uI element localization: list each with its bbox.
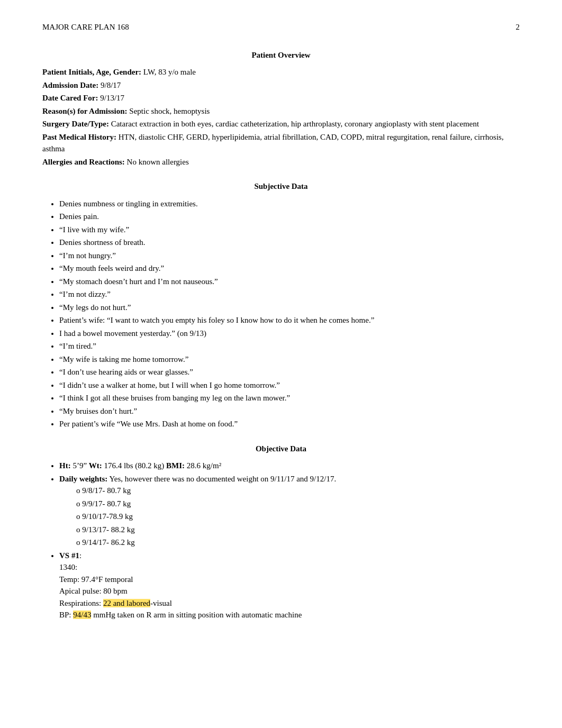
list-item: 9/8/17- 80.7 kg (76, 485, 520, 497)
list-item: Patient’s wife: “I want to watch you emp… (59, 314, 520, 326)
admission-date-value: 9/8/17 (101, 81, 121, 89)
admission-date-label: Admission Date: (42, 81, 98, 89)
list-item: “I’m tired.” (59, 340, 520, 352)
vs-temp-value: 97.4°F temporal (81, 575, 133, 584)
list-item: “I’m not hungry.” (59, 250, 520, 262)
vs-resp-label: Respirations: (59, 599, 103, 607)
vs-bp-suffix: mmHg taken on R arm in sitting position … (91, 611, 302, 619)
date-cared-label: Date Cared For: (42, 94, 98, 102)
list-item: 9/13/17- 88.2 kg (76, 524, 520, 536)
surgery-label: Surgery Date/Type: (42, 120, 109, 128)
ht-value: 5’9” (72, 461, 88, 470)
wt-label: Wt: (89, 461, 102, 470)
allergies-value: No known allergies (127, 158, 189, 166)
vs-time: 1340: (59, 563, 77, 571)
pmh-label: Past Medical History: (42, 133, 116, 141)
vs-resp-highlighted: 22 and labored (103, 599, 150, 607)
page-number: 2 (516, 21, 520, 33)
list-item: Per patient’s wife “We use Mrs. Dash at … (59, 418, 520, 430)
list-item: Denies shortness of breath. (59, 236, 520, 249)
list-item: “My stomach doesn’t hurt and I’m not nau… (59, 276, 520, 288)
list-item: “I don’t use hearing aids or wear glasse… (59, 366, 520, 378)
objective-data-title: Objective Data (42, 443, 520, 455)
surgery-value: Cataract extraction in both eyes, cardia… (111, 120, 479, 128)
bmi-value: 28.6 kg/m² (187, 461, 221, 470)
list-item: 9/9/17- 80.7 kg (76, 498, 520, 510)
bmi-label: BMI: (166, 461, 185, 470)
date-cared-line: Date Cared For: 9/13/17 (42, 92, 520, 104)
vs-bp-highlighted: 94/43 (73, 611, 91, 619)
subjective-data-list: Denies numbness or tingling in extremiti… (59, 198, 520, 430)
list-item: “My legs do not hurt.” (59, 302, 520, 314)
patient-info-block: Patient Initials, Age, Gender: LW, 83 y/… (42, 66, 520, 168)
vs-resp-suffix: -visual (150, 599, 172, 607)
reason-admission-value: Septic shock, hemoptysis (129, 107, 210, 115)
surgery-line: Surgery Date/Type: Cataract extraction i… (42, 118, 520, 130)
vs-pulse-value: 80 bpm (103, 587, 127, 595)
wt-value: 176.4 lbs (80.2 kg) (104, 461, 167, 470)
list-item: “My wife is taking me home tomorrow.” (59, 353, 520, 366)
list-item: “My bruises don’t hurt.” (59, 405, 520, 417)
document-title: MAJOR CARE PLAN 168 (42, 21, 129, 33)
patient-overview-title: Patient Overview (42, 49, 520, 61)
objective-data-list: Ht: 5’9” Wt: 176.4 lbs (80.2 kg) BMI: 28… (59, 460, 520, 621)
list-item: Denies numbness or tingling in extremiti… (59, 198, 520, 210)
vs-temp-label: Temp: (59, 575, 81, 584)
patient-initials-label: Patient Initials, Age, Gender: (42, 68, 141, 76)
ht-wt-item: Ht: 5’9” Wt: 176.4 lbs (80.2 kg) BMI: 28… (59, 460, 520, 472)
list-item: I had a bowel movement yesterday.” (on 9… (59, 327, 520, 340)
list-item: “I think I got all these bruises from ba… (59, 392, 520, 404)
vs-label: VS #1 (59, 551, 79, 560)
list-item: “I live with my wife.” (59, 224, 520, 236)
daily-weights-item: Daily weights: Yes, however there was no… (59, 473, 520, 549)
vs-pulse-label: Apical pulse: (59, 587, 103, 595)
list-item: 9/10/17-78.9 kg (76, 511, 520, 523)
allergies-label: Allergies and Reactions: (42, 158, 125, 166)
ht-label: Ht: (59, 461, 71, 470)
daily-weights-note: Yes, however there was no documented wei… (109, 475, 336, 483)
list-item: “I didn’t use a walker at home, but I wi… (59, 379, 520, 392)
vs-item: VS #1: 1340: Temp: 97.4°F temporal Apica… (59, 550, 520, 621)
list-item: Denies pain. (59, 211, 520, 223)
admission-date-line: Admission Date: 9/8/17 (42, 79, 520, 92)
pmh-line: Past Medical History: HTN, diastolic CHF… (42, 131, 520, 155)
patient-initials-value: LW, 83 y/o male (143, 68, 196, 76)
date-cared-value: 9/13/17 (100, 94, 124, 102)
reason-admission-label: Reason(s) for Admission: (42, 107, 128, 115)
daily-weights-label: Daily weights: (59, 475, 107, 483)
page-header: MAJOR CARE PLAN 168 2 (42, 21, 520, 33)
patient-initials-line: Patient Initials, Age, Gender: LW, 83 y/… (42, 66, 520, 78)
daily-weights-sub-list: 9/8/17- 80.7 kg 9/9/17- 80.7 kg 9/10/17-… (76, 485, 520, 549)
vs-bp-label: BP: (59, 611, 73, 619)
list-item: “I’m not dizzy.” (59, 288, 520, 301)
list-item: “My mouth feels weird and dry.” (59, 262, 520, 275)
allergies-line: Allergies and Reactions: No known allerg… (42, 156, 520, 168)
reason-admission-line: Reason(s) for Admission: Septic shock, h… (42, 105, 520, 117)
vs-colon: : (79, 551, 81, 560)
subjective-data-title: Subjective Data (42, 180, 520, 193)
list-item: 9/14/17- 86.2 kg (76, 536, 520, 549)
